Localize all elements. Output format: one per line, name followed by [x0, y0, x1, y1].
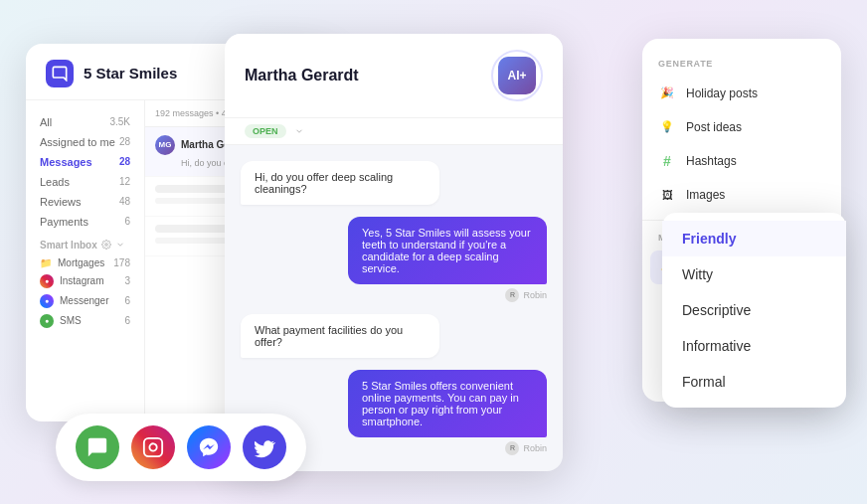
status-badge: OPEN — [245, 124, 286, 138]
holiday-icon: 🎉 — [658, 84, 676, 102]
tone-formal[interactable]: Formal — [662, 364, 846, 400]
instagram-channel-button[interactable] — [131, 425, 175, 469]
image-icon: 🖼 — [658, 186, 676, 204]
sidebar: All 3.5K Assigned to me 28 Messages 28 L… — [26, 100, 145, 420]
smart-inbox-section: Smart Inbox — [26, 232, 144, 254]
tone-informative[interactable]: Informative — [662, 328, 846, 364]
sidebar-item-payments[interactable]: Payments 6 — [26, 212, 144, 232]
sms-icon: ● — [40, 314, 54, 328]
ai-inner: AI+ — [498, 57, 536, 94]
sms-channel-button[interactable] — [76, 425, 119, 469]
tone-witty[interactable]: Witty — [662, 256, 846, 292]
brand-name: 5 Star Smiles — [84, 65, 177, 82]
sidebar-item-sms[interactable]: ● SMS 6 — [26, 311, 144, 331]
chat-header: Martha Gerardt AI+ — [225, 34, 563, 118]
sidebar-item-messenger[interactable]: ● Messenger 6 — [26, 291, 144, 311]
sidebar-item-reviews[interactable]: Reviews 48 — [26, 192, 144, 212]
ai-menu-hashtags[interactable]: # Hashtags — [642, 144, 841, 178]
chat-contact-name: Martha Gerardt — [245, 67, 359, 84]
chat-panel: Martha Gerardt AI+ OPEN Hi, do you offer… — [225, 34, 563, 471]
tone-dropdown: Friendly Witty Descriptive Informative F… — [662, 213, 846, 408]
hashtag-icon: # — [658, 152, 676, 170]
ai-badge[interactable]: AI+ — [491, 50, 543, 101]
svg-rect-1 — [144, 437, 162, 455]
message-outgoing-0: Yes, 5 Star Smiles will assess your teet… — [348, 217, 547, 284]
robin-avatar: R — [505, 288, 519, 302]
instagram-icon: ● — [40, 274, 54, 288]
bottom-channel-icons — [56, 414, 306, 481]
sidebar-item-instagram[interactable]: ● Instagram 3 — [26, 271, 144, 291]
brand-icon — [46, 60, 74, 87]
message-incoming-1: What payment facilities do you offer? — [241, 314, 439, 358]
bird-channel-button[interactable] — [243, 425, 286, 469]
avatar-martha: MG — [155, 135, 175, 155]
tone-descriptive[interactable]: Descriptive — [662, 292, 846, 328]
message-incoming-0: Hi, do you offer deep scaling cleanings? — [241, 161, 439, 205]
robin-avatar-2: R — [505, 441, 519, 455]
generate-label: GENERATE — [642, 55, 841, 77]
sidebar-item-assigned[interactable]: Assigned to me 28 — [26, 132, 144, 152]
message-outgoing-1: 5 Star Smiles offers convenient online p… — [348, 370, 547, 437]
msg-sender-robin-0: R Robin — [505, 288, 547, 302]
tone-friendly[interactable]: Friendly — [662, 221, 846, 256]
ai-menu-post-ideas[interactable]: 💡 Post ideas — [642, 110, 841, 144]
sidebar-item-mortgages[interactable]: 📁 Mortgages 178 — [26, 254, 144, 271]
lightbulb-icon: 💡 — [658, 118, 676, 136]
sidebar-item-all[interactable]: All 3.5K — [26, 112, 144, 132]
ai-menu-holiday-posts[interactable]: 🎉 Holiday posts — [642, 77, 841, 110]
sidebar-item-messages[interactable]: Messages 28 — [26, 152, 144, 172]
messenger-icon: ● — [40, 294, 54, 308]
msg-sender-robin-1: R Robin — [505, 441, 547, 455]
ai-menu-images[interactable]: 🖼 Images — [642, 178, 841, 212]
chat-status-bar: OPEN — [225, 118, 563, 145]
svg-point-0 — [105, 244, 108, 247]
sidebar-item-leads[interactable]: Leads 12 — [26, 172, 144, 192]
messenger-channel-button[interactable] — [187, 425, 231, 469]
